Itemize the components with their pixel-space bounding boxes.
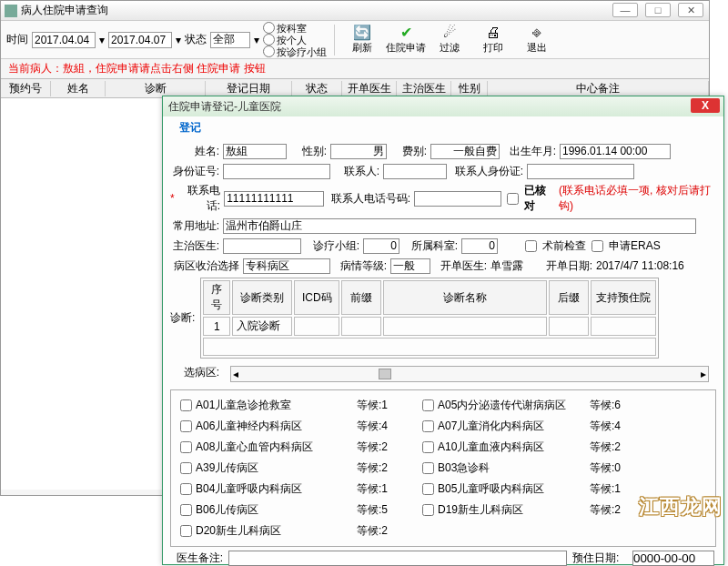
dialog-close-button[interactable]: X	[691, 98, 720, 113]
ward-select-label: 病区收治选择	[170, 258, 239, 274]
ward-item[interactable]: A01儿童急诊抢救室	[180, 398, 344, 413]
predate-input[interactable]	[632, 551, 714, 566]
ward-name: A06儿童神经内科病区	[196, 419, 302, 434]
ward-wait: 等候:2	[357, 440, 410, 455]
window-titlebar: 病人住院申请查询 — □ ✕	[1, 1, 709, 21]
filter-button[interactable]: ☄过滤	[430, 25, 470, 55]
phone-input[interactable]	[224, 191, 324, 207]
ward-item[interactable]: D19新生儿科病区	[422, 502, 577, 518]
ward-checkbox[interactable]	[180, 483, 192, 495]
ward-checkbox[interactable]	[422, 462, 434, 474]
team-input[interactable]	[363, 238, 399, 254]
cond-input[interactable]	[390, 258, 430, 274]
close-button[interactable]: ✕	[678, 3, 703, 17]
apply-button[interactable]: ✔住院申请	[386, 25, 426, 55]
orderdoc-value: 单雪露	[490, 258, 523, 274]
refresh-icon: 🔄	[353, 25, 371, 41]
date-from-input[interactable]	[32, 32, 96, 48]
addr-label: 常用地址:	[170, 218, 219, 234]
maindoc-input[interactable]	[223, 238, 301, 254]
ward-wait: 等候:1	[357, 481, 410, 497]
ward-item[interactable]: A08儿童心血管内科病区	[180, 440, 344, 455]
radio-team[interactable]	[263, 45, 275, 57]
maindoc-label: 主治医生:	[170, 238, 219, 254]
contact-input[interactable]	[383, 164, 447, 179]
ward-list: A01儿童急诊抢救室等候:1A05内分泌遗传代谢病病区等候:6A06儿童神经内科…	[170, 389, 716, 547]
diag-row-empty[interactable]	[203, 338, 656, 356]
idno-input[interactable]	[223, 164, 330, 179]
ward-item[interactable]: B04儿童呼吸内科病区	[180, 481, 344, 497]
contact-id-label: 联系人身份证:	[450, 164, 523, 179]
contact-id-input[interactable]	[527, 164, 634, 179]
ward-wait: 等候:2	[590, 440, 641, 455]
ward-item[interactable]: A10儿童血液内科病区	[422, 440, 577, 455]
diag-table[interactable]: 序号 诊断类别 ICD码 前缀 诊断名称 后缀 支持预住院 1 入院诊断	[200, 278, 659, 359]
ward-checkbox[interactable]	[422, 399, 434, 411]
ward-item[interactable]: A39儿传病区	[180, 460, 344, 476]
sex-input[interactable]	[330, 144, 387, 159]
diag-label: 诊断:	[170, 310, 195, 326]
ward-scrollbar[interactable]: ◂ ▸	[230, 366, 709, 382]
check-icon: ✔	[400, 25, 412, 41]
ward-item[interactable]: A06儿童神经内科病区	[180, 419, 344, 434]
refresh-button[interactable]: 🔄刷新	[342, 25, 382, 55]
ward-name: A01儿童急诊抢救室	[196, 398, 291, 413]
contact-label: 联系人:	[334, 164, 379, 179]
addr-input[interactable]	[223, 218, 696, 234]
ward-wait: 等候:1	[590, 481, 641, 497]
phone2-input[interactable]	[414, 191, 501, 207]
preop-checkbox[interactable]	[525, 240, 537, 252]
ward-checkbox[interactable]	[422, 504, 434, 516]
maximize-button[interactable]: □	[645, 3, 671, 17]
ward-name: B04儿童呼吸内科病区	[196, 481, 302, 497]
radio-person[interactable]	[263, 34, 275, 45]
ward-item[interactable]: B03急诊科	[422, 460, 577, 476]
state-select[interactable]	[210, 32, 250, 48]
docnote-input[interactable]	[228, 551, 567, 566]
ward-item[interactable]: B06儿传病区	[180, 502, 344, 518]
ward-checkbox[interactable]	[180, 441, 192, 453]
ward-checkbox[interactable]	[180, 525, 192, 537]
fee-input[interactable]	[430, 144, 500, 159]
section-header: 登记	[163, 116, 723, 141]
ward-item[interactable]: A07儿童消化内科病区	[422, 419, 577, 434]
ward-checkbox[interactable]	[180, 462, 192, 474]
scroll-thumb[interactable]	[379, 369, 391, 379]
printer-icon: 🖨	[486, 25, 500, 41]
ward-select-input[interactable]	[243, 258, 330, 274]
minimize-button[interactable]: —	[612, 3, 638, 17]
col-orderdoc: 开单医生	[342, 81, 397, 96]
group-by-radios: 按科室 按个人 按诊疗小组	[263, 22, 327, 57]
diag-row[interactable]: 1 入院诊断	[203, 317, 656, 336]
radio-dept[interactable]	[263, 22, 275, 34]
birth-label: 出生年月:	[503, 144, 556, 159]
ward-checkbox[interactable]	[422, 420, 434, 432]
eras-checkbox[interactable]	[592, 240, 603, 252]
ward-checkbox[interactable]	[422, 483, 434, 495]
ward-checkbox[interactable]	[422, 441, 434, 453]
exit-button[interactable]: ⎆退出	[517, 25, 557, 55]
select-ward-label: 选病区:	[170, 365, 219, 380]
ward-checkbox[interactable]	[180, 504, 192, 516]
ward-item[interactable]: D20新生儿科病区	[180, 523, 344, 539]
name-input[interactable]	[223, 144, 287, 159]
birth-input[interactable]	[560, 144, 671, 159]
dept-input[interactable]	[461, 238, 498, 254]
ward-item[interactable]: A05内分泌遗传代谢病病区	[422, 398, 577, 413]
ward-checkbox[interactable]	[180, 420, 192, 432]
ward-wait: 等候:5	[357, 502, 410, 518]
ward-wait: 等候:4	[590, 419, 641, 434]
col-date: 登记日期	[206, 81, 292, 96]
verified-note: (联系电话必填一项, 核对后请打钩)	[559, 183, 716, 214]
dept-label: 所属科室:	[403, 238, 458, 254]
col-state: 状态	[292, 81, 342, 96]
print-button[interactable]: 🖨打印	[473, 25, 513, 55]
ward-checkbox[interactable]	[180, 399, 192, 411]
preop-label: 术前检查	[542, 238, 586, 254]
idno-label: 身份证号:	[170, 164, 219, 179]
date-to-input[interactable]	[108, 32, 172, 48]
docnote-label: 医生备注:	[172, 551, 223, 566]
ward-name: A07儿童消化内科病区	[438, 419, 544, 434]
verified-checkbox[interactable]	[507, 193, 519, 205]
ward-item[interactable]: B05儿童呼吸内科病区	[422, 481, 577, 497]
